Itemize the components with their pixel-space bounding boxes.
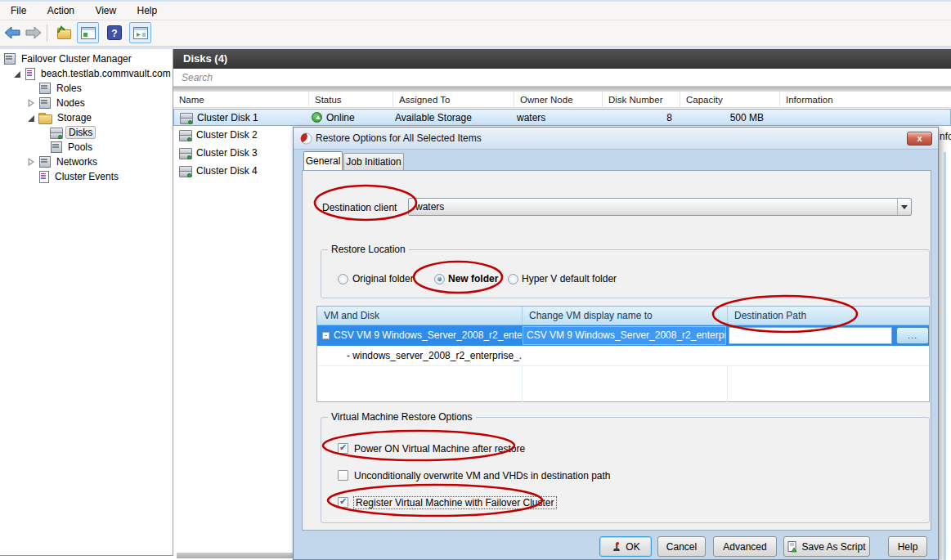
- disk-assigned-to: Available Storage: [395, 110, 472, 127]
- horizontal-scrollbar[interactable]: [177, 553, 293, 558]
- tree-item-label: Pools: [65, 141, 95, 153]
- column-header-name[interactable]: Name: [173, 92, 308, 108]
- tree-item-label: Failover Cluster Manager: [19, 53, 134, 65]
- power-on-label[interactable]: Power ON Virtual Machine after restore: [354, 443, 525, 455]
- destination-client-dropdown[interactable]: waters: [408, 198, 912, 216]
- export-folder-icon[interactable]: [54, 23, 74, 43]
- column-header-destination-path[interactable]: Destination Path: [727, 307, 931, 325]
- disks-panel-title-text: Disks (4): [183, 52, 227, 65]
- menu-file[interactable]: File: [2, 2, 35, 20]
- tree-item-pools[interactable]: Pools: [50, 140, 95, 155]
- tree-item-label: Disks: [65, 126, 96, 139]
- tree-item-disks[interactable]: Disks: [50, 125, 96, 140]
- collapse-expander-icon[interactable]: -: [322, 332, 330, 339]
- original-folder-label[interactable]: Original folder: [352, 273, 414, 284]
- column-header-disk-number[interactable]: Disk Number: [602, 92, 680, 108]
- show-console-tree-icon[interactable]: [77, 22, 99, 43]
- tree-item-roles[interactable]: Roles: [38, 81, 84, 96]
- expanded-arrow-icon[interactable]: [27, 114, 35, 123]
- destination-client-label: Destination client: [322, 202, 397, 213]
- close-icon[interactable]: x: [907, 132, 932, 146]
- roles-icon: [38, 83, 51, 94]
- tree-item-label: Roles: [54, 83, 84, 94]
- menu-action[interactable]: Action: [38, 2, 83, 20]
- failover-cluster-manager-window: File Action View Help ? Failover: [0, 0, 951, 560]
- table-row-cluster-disk-1[interactable]: Cluster Disk 1 Online Available Storage …: [173, 109, 951, 126]
- vm-display-name-cell[interactable]: CSV VM 9 Windows_Server_2008_r2_enterpri…: [523, 326, 726, 345]
- menu-bar: File Action View Help: [0, 0, 951, 20]
- menu-view[interactable]: View: [86, 2, 125, 20]
- column-header-capacity[interactable]: Capacity: [680, 92, 779, 108]
- power-on-checkbox[interactable]: [338, 443, 348, 454]
- show-action-pane-icon[interactable]: [129, 22, 151, 43]
- restore-location-group: Restore Location Original folder New fol…: [321, 249, 930, 298]
- vm-restore-options-label: Virtual Machine Restore Options: [328, 411, 476, 423]
- search-input[interactable]: [173, 69, 951, 86]
- tree-item-storage[interactable]: Storage: [38, 110, 94, 125]
- online-status-icon: [312, 112, 322, 123]
- tree-item-label: beach.testlab.commvault.com: [38, 68, 173, 79]
- register-failover-checkbox[interactable]: [338, 497, 348, 508]
- disk-owner-node: waters: [517, 110, 545, 127]
- forward-arrow-icon[interactable]: [24, 23, 43, 43]
- overwrite-label[interactable]: Unconditionally overwrite VM and VHDs in…: [354, 470, 611, 482]
- tree-item-label: Storage: [55, 112, 94, 123]
- collapsed-arrow-icon[interactable]: [27, 99, 35, 107]
- dialog-title: Restore Options for All Selected Items: [316, 128, 482, 150]
- tree-item-failover-cluster-manager[interactable]: Failover Cluster Manager: [3, 52, 134, 66]
- expanded-arrow-icon[interactable]: [13, 70, 21, 78]
- column-header-owner-node[interactable]: Owner Node: [514, 92, 602, 108]
- tab-job-initiation[interactable]: Job Initiation: [343, 153, 404, 170]
- tree-item-networks[interactable]: Networks: [38, 155, 100, 169]
- general-tab-panel: Destination client waters Restore Locati…: [302, 170, 931, 531]
- disk-capacity: 500 MB: [680, 110, 764, 127]
- register-failover-label[interactable]: Register Virtual Machine with Failover C…: [354, 497, 556, 508]
- tree-item-cluster-events[interactable]: Cluster Events: [38, 169, 121, 184]
- column-header-status[interactable]: Status: [308, 92, 393, 108]
- save-as-script-button[interactable]: Save As Script: [783, 536, 870, 557]
- chevron-down-icon[interactable]: [897, 199, 911, 215]
- dialog-title-bar[interactable]: Restore Options for All Selected Items x: [294, 128, 938, 150]
- disk-icon: [179, 129, 191, 146]
- vm-restore-options-group: Virtual Machine Restore Options Power ON…: [321, 417, 930, 523]
- ok-button[interactable]: OK: [599, 536, 652, 557]
- ok-button-label: OK: [626, 541, 639, 553]
- pools-icon: [50, 141, 62, 153]
- table-row-vm[interactable]: -CSV VM 9 Windows_Server_2008_r2_enterp.…: [317, 325, 929, 346]
- cluster-events-icon: [38, 171, 49, 183]
- hyperv-default-folder-radio[interactable]: [508, 274, 518, 284]
- cluster-manager-icon: [3, 53, 16, 65]
- tab-general[interactable]: General: [303, 151, 343, 170]
- column-header-vm-and-disk[interactable]: VM and Disk: [317, 307, 522, 325]
- help-button[interactable]: Help: [888, 536, 927, 557]
- destination-path-input[interactable]: [729, 327, 892, 344]
- new-folder-label[interactable]: New folder: [448, 273, 498, 284]
- right-edge-strip: [944, 152, 946, 560]
- clipped-text-fragment: nfo...: [940, 131, 951, 142]
- column-header-information[interactable]: Information: [779, 92, 951, 108]
- menu-help[interactable]: Help: [128, 2, 167, 20]
- back-arrow-icon[interactable]: [2, 23, 22, 43]
- disks-icon: [50, 128, 62, 138]
- toolbar: ?: [0, 20, 951, 47]
- tree-item-cluster[interactable]: beach.testlab.commvault.com: [25, 66, 173, 81]
- browse-button[interactable]: ...: [896, 327, 929, 344]
- help-icon[interactable]: ?: [105, 23, 124, 43]
- new-folder-radio[interactable]: [434, 274, 445, 284]
- ok-stamp-icon: [611, 541, 622, 553]
- disks-panel-title: Disks (4): [173, 49, 951, 69]
- disk-name: Cluster Disk 2: [196, 127, 258, 144]
- advanced-button[interactable]: Advanced: [713, 536, 777, 557]
- vm-and-disk-cell[interactable]: -CSV VM 9 Windows_Server_2008_r2_enterp.…: [317, 325, 522, 346]
- cancel-button[interactable]: Cancel: [657, 536, 706, 557]
- hyperv-default-folder-label[interactable]: Hyper V default folder: [522, 273, 617, 284]
- console-tree-pane: Failover Cluster Manager beach.testlab.c…: [0, 49, 173, 556]
- overwrite-checkbox[interactable]: [338, 470, 348, 481]
- tree-item-nodes[interactable]: Nodes: [38, 96, 87, 110]
- collapsed-arrow-icon[interactable]: [27, 158, 35, 166]
- column-header-assigned-to[interactable]: Assigned To: [393, 92, 514, 108]
- original-folder-radio[interactable]: [338, 274, 348, 284]
- vm-disk-cell: - windows_server_2008_r2_enterprise_...: [317, 346, 522, 366]
- table-row-vm-disk[interactable]: - windows_server_2008_r2_enterprise_...: [317, 346, 929, 366]
- column-header-change-vm-display-name[interactable]: Change VM display name to: [522, 307, 727, 325]
